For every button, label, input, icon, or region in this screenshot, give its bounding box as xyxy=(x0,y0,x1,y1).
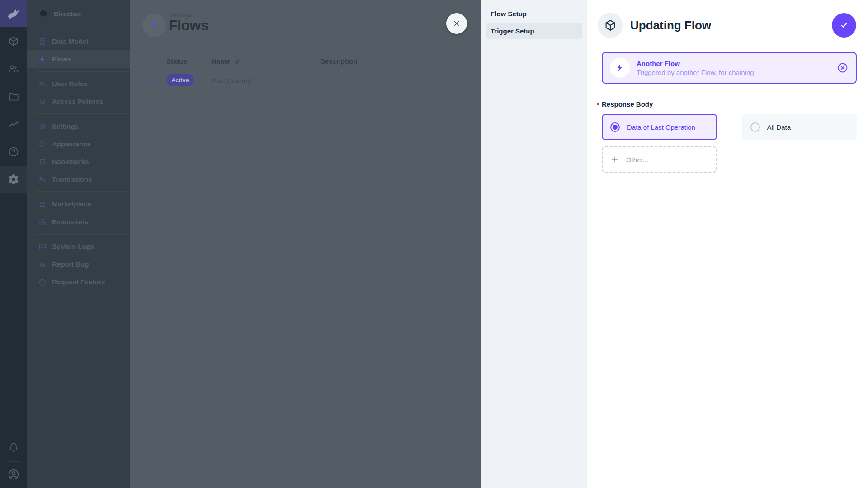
sidebar-item-label: Request Feature xyxy=(52,278,105,286)
drawer-title: Updating Flow xyxy=(630,19,711,33)
project-header[interactable]: Directus xyxy=(27,0,130,27)
save-button[interactable] xyxy=(832,13,856,38)
drawer-main: Updating Flow Another Flow Triggered by … xyxy=(587,0,868,488)
sidebar-item-access-policies[interactable]: Access Policies xyxy=(27,93,130,110)
sidebar-item-request-feature[interactable]: Request Feature xyxy=(27,273,130,291)
flow-row-name: Post Created xyxy=(212,77,251,84)
folder-icon xyxy=(8,91,19,103)
storefront-icon xyxy=(38,200,47,208)
sidebar-item-report-bug[interactable]: Report Bug xyxy=(27,255,130,273)
trigger-type-card[interactable]: Another Flow Triggered by another Flow, … xyxy=(602,52,857,84)
trigger-card-text: Another Flow Triggered by another Flow, … xyxy=(637,60,754,76)
module-settings-button[interactable] xyxy=(0,166,27,193)
people-icon xyxy=(38,80,47,88)
project-logo-icon xyxy=(38,9,48,19)
sidebar-item-flows[interactable]: Flows xyxy=(27,50,130,68)
drawer-overlay[interactable]: Settings Flows Status Name Description A… xyxy=(130,0,481,488)
module-help-button[interactable] xyxy=(0,138,27,165)
page-title: Flows xyxy=(169,17,208,34)
radio-option-all-data[interactable]: All Data xyxy=(742,114,857,140)
directus-logo-button[interactable] xyxy=(0,0,27,27)
tune-icon xyxy=(38,122,47,131)
module-bar xyxy=(0,0,27,488)
other-option-button[interactable]: Other... xyxy=(602,146,717,173)
sidebar-divider xyxy=(36,113,130,114)
sidebar-item-label: Bookmarks xyxy=(52,158,89,165)
project-name: Directus xyxy=(54,10,81,18)
palette-icon xyxy=(38,140,47,148)
status-badge: Active xyxy=(166,74,194,86)
plus-icon xyxy=(610,155,619,164)
bolt-icon xyxy=(615,63,624,72)
sidebar-item-user-roles[interactable]: User Roles xyxy=(27,75,130,93)
settings-nav: Data Model Flows User Roles Access Polic… xyxy=(27,33,130,291)
sidebar-item-label: Access Policies xyxy=(52,98,103,105)
trending-up-icon xyxy=(8,118,19,130)
sidebar-item-label: Marketplace xyxy=(52,200,91,208)
response-body-options: Data of Last Operation All Data xyxy=(602,114,857,140)
sidebar-item-label: Settings xyxy=(52,122,79,130)
sidebar-item-label: Report Bug xyxy=(52,260,89,268)
category-shapes-icon xyxy=(38,218,47,226)
users-icon xyxy=(8,63,19,75)
user-menu-button[interactable] xyxy=(0,461,27,488)
database-icon xyxy=(38,38,47,46)
sidebar-item-label: Appearance xyxy=(52,140,91,148)
sidebar-divider xyxy=(36,191,130,192)
sidebar-item-label: Translations xyxy=(52,175,92,183)
close-icon xyxy=(452,19,461,28)
cube-icon xyxy=(604,19,617,32)
trigger-icon-circle xyxy=(610,58,630,78)
bolt-icon xyxy=(38,55,47,63)
sidebar-item-appearance[interactable]: Appearance xyxy=(27,135,130,153)
sidebar-item-data-model[interactable]: Data Model xyxy=(27,33,130,50)
sidebar-item-settings[interactable]: Settings xyxy=(27,117,130,135)
sidebar-item-system-logs[interactable]: System Logs xyxy=(27,238,130,255)
translate-icon xyxy=(38,175,47,183)
shield-icon xyxy=(38,98,47,106)
account-circle-icon xyxy=(7,468,20,481)
bolt-icon xyxy=(149,20,159,30)
help-icon xyxy=(8,146,19,158)
nav-sidebar: Directus Data Model Flows User Roles A xyxy=(27,0,130,488)
verified-badge-icon xyxy=(38,278,47,286)
bookmark-icon xyxy=(38,158,47,166)
check-icon xyxy=(839,20,849,31)
required-dot xyxy=(597,103,599,105)
sidebar-item-label: User Roles xyxy=(52,80,87,88)
module-insights-button[interactable] xyxy=(0,111,27,138)
response-body-label: Response Body xyxy=(602,100,653,108)
notifications-button[interactable] xyxy=(0,434,27,461)
cube-icon xyxy=(8,35,19,47)
sidebar-item-label: System Logs xyxy=(52,243,94,250)
drawer-nav-flow-setup[interactable]: Flow Setup xyxy=(486,5,582,22)
gear-icon xyxy=(8,174,19,185)
close-drawer-button[interactable] xyxy=(446,13,467,34)
sidebar-item-translations[interactable]: Translations xyxy=(27,170,130,188)
column-header-name: Name xyxy=(212,57,230,65)
sidebar-divider xyxy=(36,234,130,235)
drawer-icon-circle xyxy=(598,13,623,38)
bolt-icon xyxy=(152,76,160,84)
bug-icon xyxy=(38,260,47,268)
sidebar-item-marketplace[interactable]: Marketplace xyxy=(27,195,130,213)
sidebar-item-bookmarks[interactable]: Bookmarks xyxy=(27,153,130,170)
radio-unselected-icon xyxy=(750,122,760,132)
module-users-button[interactable] xyxy=(0,55,27,82)
sidebar-item-extensions[interactable]: Extensions xyxy=(27,213,130,230)
sidebar-item-label: Extensions xyxy=(52,218,88,225)
module-files-button[interactable] xyxy=(0,83,27,110)
sort-icon xyxy=(235,59,241,64)
remove-trigger-icon[interactable] xyxy=(837,62,849,74)
radio-selected-icon xyxy=(610,122,620,132)
bell-icon xyxy=(8,441,19,453)
radio-option-data-of-last-operation[interactable]: Data of Last Operation xyxy=(602,114,717,140)
sidebar-item-label: Data Model xyxy=(52,38,88,45)
module-data-model-button[interactable] xyxy=(0,28,27,55)
drawer-nav-trigger-setup[interactable]: Trigger Setup xyxy=(486,23,582,39)
terminal-icon xyxy=(38,243,47,251)
sidebar-item-label: Flows xyxy=(52,55,71,63)
trigger-card-subtitle: Triggered by another Flow, for chaining xyxy=(637,69,754,76)
column-header-status: Status xyxy=(166,57,187,65)
page-icon-circle xyxy=(142,14,166,37)
